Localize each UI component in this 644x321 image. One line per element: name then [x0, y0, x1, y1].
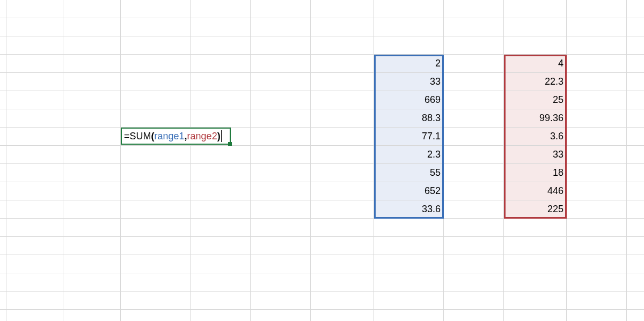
- cell[interactable]: [504, 219, 567, 237]
- cell[interactable]: [0, 310, 6, 321]
- cell[interactable]: [191, 73, 251, 91]
- cell[interactable]: [251, 200, 311, 219]
- cell[interactable]: [567, 109, 627, 128]
- cell[interactable]: [627, 164, 644, 182]
- cell[interactable]: [567, 146, 627, 164]
- cell[interactable]: [121, 0, 191, 18]
- cell[interactable]: [191, 164, 251, 182]
- cell[interactable]: [567, 36, 627, 55]
- cell[interactable]: [444, 182, 504, 200]
- fill-handle[interactable]: [228, 142, 232, 146]
- range2-cell[interactable]: 446: [504, 182, 567, 200]
- range1-cell[interactable]: 77.1: [374, 128, 444, 146]
- cell[interactable]: [444, 164, 504, 182]
- cell[interactable]: [191, 146, 251, 164]
- cell[interactable]: [627, 182, 644, 200]
- range1-cell[interactable]: 2: [374, 55, 444, 73]
- cell[interactable]: [63, 310, 121, 321]
- cell[interactable]: [374, 273, 444, 292]
- cell[interactable]: [311, 219, 374, 237]
- cell[interactable]: [567, 73, 627, 91]
- cell[interactable]: [311, 182, 374, 200]
- cell[interactable]: [0, 273, 6, 292]
- cell[interactable]: [63, 219, 121, 237]
- cell[interactable]: [0, 18, 6, 36]
- cell[interactable]: [311, 310, 374, 321]
- cell[interactable]: [504, 18, 567, 36]
- active-cell-formula-edit[interactable]: =SUM(range1,range2): [121, 128, 231, 145]
- cell[interactable]: [121, 73, 191, 91]
- cell[interactable]: [0, 0, 6, 18]
- cell[interactable]: [567, 255, 627, 273]
- range1-cell[interactable]: 652: [374, 182, 444, 200]
- cell[interactable]: [6, 73, 63, 91]
- cell[interactable]: [6, 55, 63, 73]
- cell[interactable]: [311, 292, 374, 310]
- cell[interactable]: [251, 237, 311, 255]
- cell[interactable]: [627, 200, 644, 219]
- cell[interactable]: [121, 273, 191, 292]
- cell[interactable]: [6, 36, 63, 55]
- cell[interactable]: [444, 73, 504, 91]
- cell[interactable]: [311, 36, 374, 55]
- cell[interactable]: [627, 219, 644, 237]
- cell[interactable]: [6, 0, 63, 18]
- cell[interactable]: [311, 128, 374, 146]
- cell[interactable]: [444, 18, 504, 36]
- range2-cell[interactable]: 18: [504, 164, 567, 182]
- cell[interactable]: [191, 36, 251, 55]
- cell[interactable]: [121, 182, 191, 200]
- cell[interactable]: [444, 273, 504, 292]
- cell[interactable]: [444, 255, 504, 273]
- cell[interactable]: [0, 237, 6, 255]
- cell[interactable]: [627, 237, 644, 255]
- cell[interactable]: [504, 0, 567, 18]
- cell[interactable]: [6, 292, 63, 310]
- cell[interactable]: [251, 255, 311, 273]
- cell[interactable]: [504, 36, 567, 55]
- cell[interactable]: [121, 18, 191, 36]
- cell[interactable]: [121, 146, 191, 164]
- range1-cell[interactable]: 2.3: [374, 146, 444, 164]
- cell[interactable]: [374, 0, 444, 18]
- cell[interactable]: [567, 310, 627, 321]
- cell[interactable]: [311, 200, 374, 219]
- cell[interactable]: [251, 73, 311, 91]
- cell[interactable]: [251, 55, 311, 73]
- cell[interactable]: [251, 91, 311, 109]
- cell[interactable]: [6, 182, 63, 200]
- cell[interactable]: [567, 182, 627, 200]
- cell[interactable]: [121, 55, 191, 73]
- cell[interactable]: [0, 109, 6, 128]
- cell[interactable]: [63, 146, 121, 164]
- cell[interactable]: [444, 146, 504, 164]
- cell[interactable]: [311, 18, 374, 36]
- cell[interactable]: [251, 128, 311, 146]
- cell[interactable]: [504, 255, 567, 273]
- cell[interactable]: [0, 55, 6, 73]
- cell[interactable]: [191, 237, 251, 255]
- cell[interactable]: [251, 18, 311, 36]
- cell[interactable]: [627, 255, 644, 273]
- cell[interactable]: [567, 200, 627, 219]
- cell[interactable]: [311, 55, 374, 73]
- cell[interactable]: [444, 109, 504, 128]
- cell[interactable]: [444, 36, 504, 55]
- cell[interactable]: [311, 273, 374, 292]
- cell[interactable]: [6, 146, 63, 164]
- cell[interactable]: [311, 237, 374, 255]
- cell[interactable]: [6, 273, 63, 292]
- range2-cell[interactable]: 22.3: [504, 73, 567, 91]
- cell[interactable]: [444, 0, 504, 18]
- cell[interactable]: [627, 146, 644, 164]
- cell[interactable]: [6, 310, 63, 321]
- cell[interactable]: [627, 273, 644, 292]
- range2-cell[interactable]: 33: [504, 146, 567, 164]
- cell[interactable]: [63, 0, 121, 18]
- cell[interactable]: [374, 292, 444, 310]
- cell[interactable]: [627, 0, 644, 18]
- cell[interactable]: [627, 18, 644, 36]
- cell[interactable]: [63, 182, 121, 200]
- cell[interactable]: [627, 91, 644, 109]
- cell[interactable]: [251, 219, 311, 237]
